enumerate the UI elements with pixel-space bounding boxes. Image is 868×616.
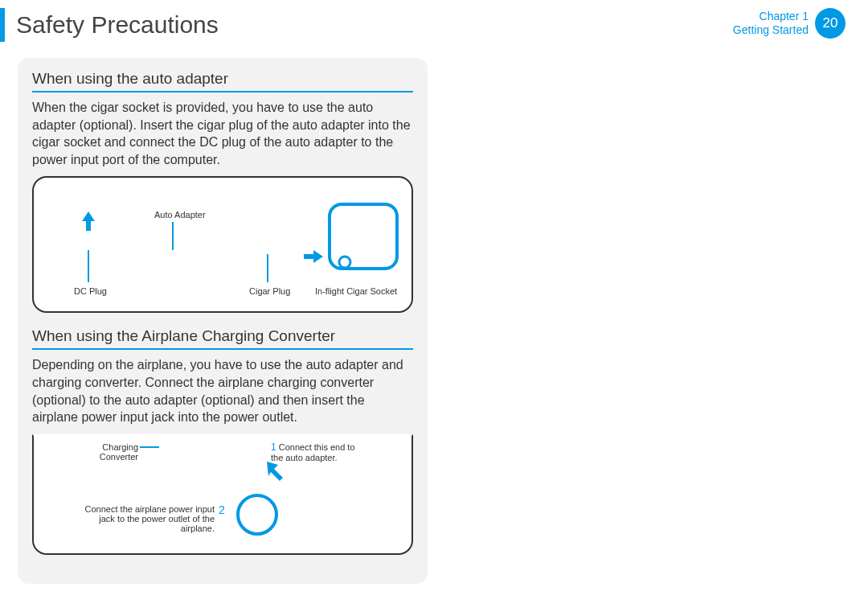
arrow-up-icon bbox=[82, 211, 95, 236]
page-number-badge: 20 bbox=[815, 8, 845, 39]
label-charging-converter-text: Charging Converter bbox=[100, 442, 138, 462]
section1-heading: When using the auto adapter bbox=[32, 70, 413, 92]
lead-line bbox=[140, 446, 159, 448]
arrow-right-icon bbox=[299, 250, 323, 263]
lead-line bbox=[172, 222, 174, 250]
label-auto-adapter: Auto Adapter bbox=[154, 210, 206, 220]
label-charging-converter: Charging Converter bbox=[90, 442, 138, 462]
svg-point-5 bbox=[238, 495, 276, 534]
lead-line bbox=[267, 254, 268, 282]
step1-text: Connect this end to the auto adapter. bbox=[271, 442, 355, 462]
page-title: Safety Precautions bbox=[16, 11, 219, 39]
step2-text: Connect the airplane power input jack to… bbox=[85, 504, 215, 533]
arrow-diag-icon bbox=[267, 462, 286, 481]
chapter-text: Chapter 1 Getting Started bbox=[733, 10, 809, 37]
step2-number: 2 bbox=[219, 504, 225, 516]
page-header: Safety Precautions Chapter 1 Getting Sta… bbox=[0, 0, 868, 42]
svg-marker-0 bbox=[82, 211, 95, 231]
section2-heading: When using the Airplane Charging Convert… bbox=[32, 327, 413, 350]
section2-body: Depending on the airplane, you have to u… bbox=[32, 356, 413, 425]
step1-group: 1 Connect this end to the auto adapter. bbox=[271, 442, 367, 462]
section1-body: When the cigar socket is provided, you h… bbox=[32, 99, 413, 168]
cigar-socket-shape bbox=[327, 202, 399, 282]
heading-accent-bar bbox=[0, 8, 5, 42]
svg-point-3 bbox=[339, 257, 350, 268]
label-inflight-socket: In-ﬂight Cigar Socket bbox=[315, 286, 397, 296]
step1-number: 1 bbox=[271, 441, 276, 453]
step2-group: Connect the airplane power input jack to… bbox=[78, 504, 215, 533]
content-column: When using the auto adapter When the cig… bbox=[18, 58, 428, 584]
chapter-line1: Chapter 1 bbox=[733, 10, 809, 23]
svg-marker-1 bbox=[304, 250, 323, 263]
power-outlet-shape bbox=[235, 492, 280, 537]
label-dc-plug: DC Plug bbox=[74, 286, 107, 296]
label-cigar-plug: Cigar Plug bbox=[249, 286, 290, 296]
chapter-indicator: Chapter 1 Getting Started 20 bbox=[733, 8, 852, 39]
title-wrap: Safety Precautions bbox=[0, 8, 219, 42]
lead-line bbox=[88, 250, 89, 282]
chapter-line2: Getting Started bbox=[733, 23, 809, 37]
diagram-auto-adapter: DC Plug Auto Adapter Cigar Plug In-ﬂight… bbox=[32, 176, 413, 313]
svg-marker-4 bbox=[267, 462, 283, 481]
diagram-airplane-converter: Charging Converter 1 Connect this end to… bbox=[32, 434, 413, 555]
